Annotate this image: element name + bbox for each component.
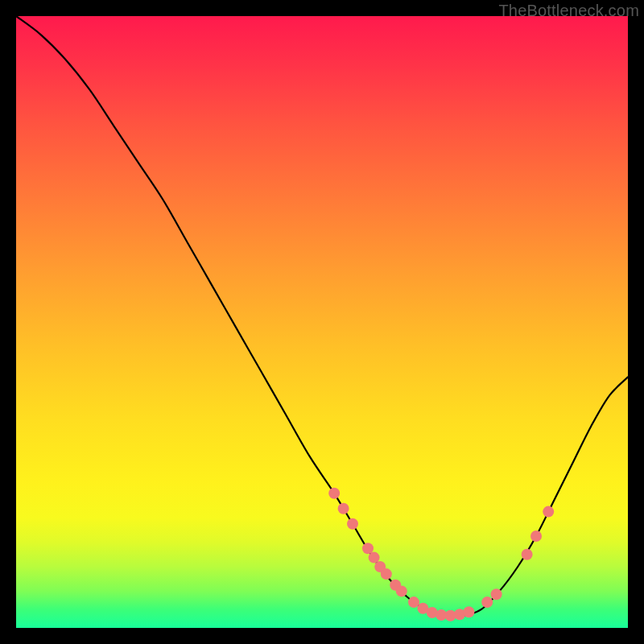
- watermark-text: TheBottleneck.com: [498, 2, 639, 20]
- marker-point: [408, 597, 419, 608]
- bottleneck-curve: [16, 16, 628, 617]
- marker-point: [530, 530, 542, 542]
- chart-svg: [16, 16, 628, 628]
- marker-point: [381, 568, 392, 580]
- marker-point: [362, 543, 374, 554]
- plot-area: [16, 16, 628, 628]
- marker-point: [463, 606, 474, 617]
- marker-point: [369, 552, 380, 564]
- marker-point: [328, 488, 340, 499]
- marker-point: [347, 518, 358, 530]
- marker-point: [396, 585, 407, 597]
- marker-point: [338, 503, 349, 514]
- marker-point: [522, 549, 533, 560]
- marker-group: [328, 488, 554, 621]
- marker-point: [543, 506, 554, 518]
- marker-point: [481, 597, 493, 608]
- chart-frame: [16, 16, 628, 628]
- marker-point: [491, 588, 502, 600]
